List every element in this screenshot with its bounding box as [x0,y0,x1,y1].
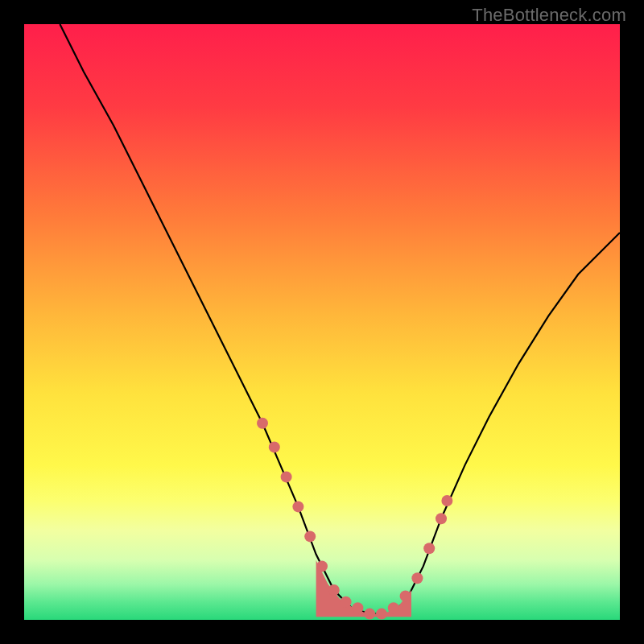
highlight-point [328,584,340,596]
highlight-point [257,418,268,429]
highlight-point [316,560,328,572]
bottleneck-curve [60,24,620,614]
chart-frame: TheBottleneck.com [0,0,644,644]
highlight-point [423,543,435,554]
watermark-label: TheBottleneck.com [472,5,626,26]
highlight-point [388,602,399,613]
highlight-point [376,609,387,620]
plot-area [24,24,620,620]
highlight-point [352,602,363,613]
highlight-point [292,501,303,512]
highlight-point [364,609,375,620]
highlight-point [441,495,452,506]
curve-svg [24,24,620,620]
highlight-point [269,441,280,452]
highlight-point [281,471,292,482]
highlight-point [341,597,352,608]
highlight-markers [257,418,452,620]
highlight-point [436,513,447,524]
highlight-point [400,590,411,601]
highlight-point [411,572,423,584]
highlight-point [304,530,316,542]
